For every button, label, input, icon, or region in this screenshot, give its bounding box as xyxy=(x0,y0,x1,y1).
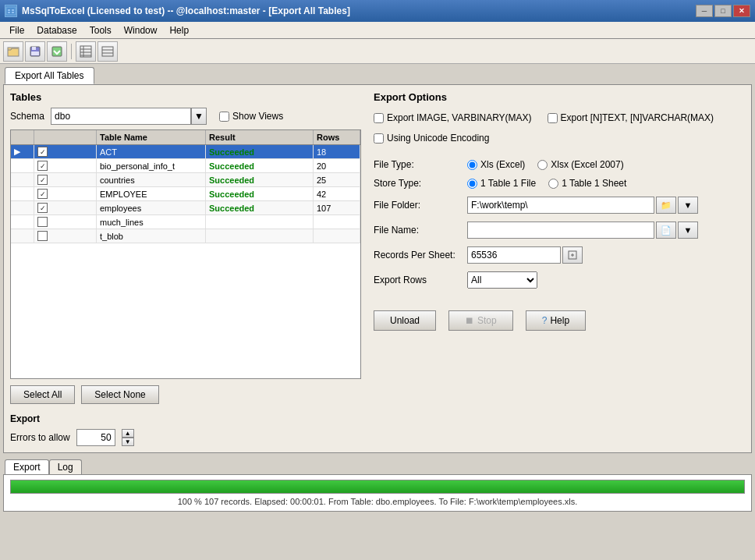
tab-export-all-tables[interactable]: Export All Tables xyxy=(5,67,94,84)
xls-option[interactable]: Xls (Excel) xyxy=(467,159,525,170)
errors-spin-up[interactable]: ▲ xyxy=(122,429,134,438)
table-row[interactable]: much_lines xyxy=(11,215,360,229)
toolbar-dropdown[interactable] xyxy=(47,41,67,62)
records-per-sheet-input[interactable] xyxy=(467,246,561,264)
export-rows-select[interactable]: All Top N xyxy=(467,271,537,289)
row-include[interactable] xyxy=(34,215,97,229)
row-result: Succeeded xyxy=(206,145,314,158)
xlsx-radio[interactable] xyxy=(537,160,548,170)
unicode-option[interactable]: Using Unicode Encoding xyxy=(374,133,489,144)
store-type-options: 1 Table 1 File 1 Table 1 Sheet xyxy=(467,178,626,189)
menu-help[interactable]: Help xyxy=(163,23,195,37)
export-ntext-option[interactable]: Export [N]TEXT, [N]VARCHAR(MAX) xyxy=(548,112,714,123)
select-all-button[interactable]: Select All xyxy=(10,385,75,404)
1table1file-label: 1 Table 1 File xyxy=(480,178,536,189)
export-image-checkbox[interactable] xyxy=(374,113,384,123)
export-image-option[interactable]: Export IMAGE, VARBINARY(MAX) xyxy=(374,112,532,123)
svg-rect-4 xyxy=(12,12,14,13)
row-checkbox xyxy=(37,147,48,157)
1table1sheet-radio[interactable] xyxy=(548,179,558,189)
errors-input[interactable] xyxy=(76,429,115,446)
row-result xyxy=(206,229,314,243)
row-include[interactable] xyxy=(34,159,97,172)
file-folder-input[interactable] xyxy=(467,197,654,214)
table-row[interactable]: EMPLOYEE Succeeded 42 xyxy=(11,187,360,201)
svg-rect-3 xyxy=(8,12,10,13)
row-arrow xyxy=(11,173,34,186)
file-folder-control: 📁 ▼ xyxy=(467,197,698,214)
menu-window[interactable]: Window xyxy=(118,23,164,37)
col-include xyxy=(11,130,34,144)
unicode-checkbox[interactable] xyxy=(374,133,384,144)
row-rows: 42 xyxy=(314,187,360,200)
menu-database[interactable]: Database xyxy=(30,23,83,37)
1table1file-option[interactable]: 1 Table 1 File xyxy=(467,178,536,189)
show-views-checkbox[interactable] xyxy=(219,112,229,122)
records-per-sheet-row: Records Per Sheet: xyxy=(374,246,745,264)
table-row[interactable]: countries Succeeded 25 xyxy=(11,173,360,187)
export-image-label: Export IMAGE, VARBINARY(MAX) xyxy=(387,112,532,123)
export-ntext-checkbox[interactable] xyxy=(548,113,558,123)
row-result: Succeeded xyxy=(206,159,314,172)
col-rows: Rows xyxy=(314,130,360,144)
records-per-sheet-control xyxy=(467,246,583,264)
row-name: much_lines xyxy=(97,215,206,229)
file-name-control: 📄 ▼ xyxy=(467,222,698,239)
records-per-sheet-btn[interactable] xyxy=(562,246,583,264)
export-rows-row: Export Rows All Top N xyxy=(374,271,745,289)
schema-input[interactable] xyxy=(51,108,191,125)
toolbar-open[interactable] xyxy=(3,41,23,62)
row-include[interactable] xyxy=(34,229,97,243)
row-include[interactable] xyxy=(34,201,97,214)
row-result: Succeeded xyxy=(206,201,314,214)
table-row[interactable]: t_blob xyxy=(11,229,360,243)
bottom-tab-export[interactable]: Export xyxy=(5,459,49,474)
records-per-sheet-label: Records Per Sheet: xyxy=(374,250,467,261)
xls-radio[interactable] xyxy=(467,160,477,170)
row-arrow xyxy=(11,187,34,200)
table-row[interactable]: bio_personal_info_t Succeeded 20 xyxy=(11,159,360,173)
menu-bar: File Database Tools Window Help xyxy=(0,22,755,39)
stop-button[interactable]: ⏹ Stop xyxy=(448,310,513,331)
status-text: 100 % 107 records. Elapsed: 00:00:01. Fr… xyxy=(10,497,745,506)
1table1sheet-option[interactable]: 1 Table 1 Sheet xyxy=(548,178,626,189)
file-folder-dropdown[interactable]: ▼ xyxy=(678,197,698,214)
file-name-input[interactable] xyxy=(467,222,654,239)
select-none-button[interactable]: Select None xyxy=(81,385,158,404)
toolbar-save[interactable] xyxy=(25,41,45,62)
maximize-button[interactable]: □ xyxy=(714,5,732,17)
progress-bar-container xyxy=(10,480,745,494)
menu-tools[interactable]: Tools xyxy=(83,23,118,37)
toolbar-list[interactable] xyxy=(97,41,118,62)
toolbar-grid[interactable] xyxy=(76,41,96,62)
bottom-tab-log[interactable]: Log xyxy=(49,459,82,474)
row-checkbox xyxy=(37,203,48,213)
errors-spin-down[interactable]: ▼ xyxy=(122,438,134,446)
schema-label: Schema xyxy=(10,111,44,122)
close-button[interactable]: ✕ xyxy=(733,5,750,17)
minimize-button[interactable]: ─ xyxy=(696,5,713,17)
table-row[interactable]: ▶ ACT Succeeded 18 xyxy=(11,145,360,159)
schema-dropdown-btn[interactable]: ▼ xyxy=(191,108,207,125)
1table1file-radio[interactable] xyxy=(467,179,477,189)
row-include[interactable] xyxy=(34,145,97,158)
menu-file[interactable]: File xyxy=(3,23,30,37)
file-folder-browse[interactable]: 📁 xyxy=(656,197,676,214)
unload-button[interactable]: Unload xyxy=(374,310,436,331)
file-name-browse[interactable]: 📄 xyxy=(656,222,676,239)
svg-rect-8 xyxy=(31,51,39,55)
file-name-dropdown[interactable]: ▼ xyxy=(678,222,698,239)
select-buttons: Select All Select None xyxy=(10,385,361,404)
row-name: EMPLOYEE xyxy=(97,187,206,200)
export-options-title: Export Options xyxy=(374,91,745,103)
row-include[interactable] xyxy=(34,187,97,200)
tables-list: Table Name Result Rows ▶ ACT Succeeded 1… xyxy=(10,129,361,379)
help-button[interactable]: ? Help xyxy=(526,310,586,331)
table-row[interactable]: employees Succeeded 107 xyxy=(11,201,360,215)
row-include[interactable] xyxy=(34,173,97,186)
tables-title: Tables xyxy=(10,91,361,103)
toolbar xyxy=(0,39,755,64)
xlsx-option[interactable]: Xlsx (Excel 2007) xyxy=(537,159,623,170)
table-header: Table Name Result Rows xyxy=(11,130,360,145)
export-rows-label: Export Rows xyxy=(374,275,467,285)
